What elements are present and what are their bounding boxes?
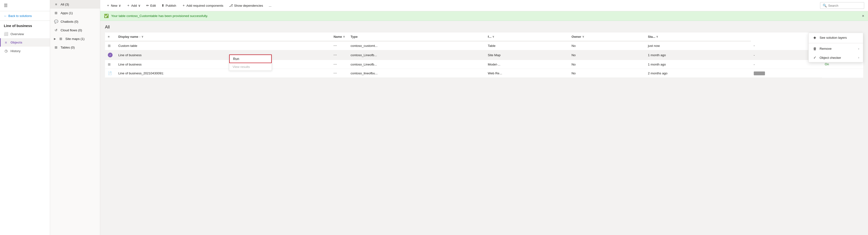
apps-icon: ⊞ <box>54 11 58 15</box>
add-chevron-icon: ∨ <box>138 4 141 7</box>
row3-name-text: Line of business <box>118 63 142 66</box>
row1-type-value: Table <box>485 41 569 50</box>
sidebar-item-overview[interactable]: ⬜ Overview <box>0 30 50 38</box>
new-plus-icon: ＋ <box>106 3 110 8</box>
row3-managed-value: No <box>569 60 645 69</box>
table-row[interactable]: ⊞ Custom table ⋯ contoso_customt... Tabl… <box>105 41 863 50</box>
row4-managed-value: No <box>569 69 645 78</box>
col-header-owner[interactable]: Owner ∨ <box>569 32 645 41</box>
sidebar-header[interactable]: ☰ <box>0 0 50 11</box>
row1-dots[interactable]: ⋯ <box>331 41 347 50</box>
run-dropdown: Run View results <box>229 54 272 71</box>
col-header-display-name[interactable]: Display name ↑ ∨ <box>116 32 331 41</box>
col-header-managed[interactable]: f... ∨ <box>485 32 569 41</box>
row2-name-value: contoso_Lineofb... <box>348 50 485 60</box>
nav-list-item-tables[interactable]: ⊞ Tables (0) <box>50 43 100 52</box>
publish-icon: ⬆ <box>161 4 164 7</box>
see-layers-label: See solution layers <box>819 36 847 40</box>
edit-icon: ✏ <box>146 4 149 7</box>
name-sort-icon: ∨ <box>343 35 345 38</box>
object-checker-item[interactable]: ✓ Object checker › <box>809 53 863 62</box>
overview-label: Overview <box>10 32 24 36</box>
row3-icon-cell: ⊞ <box>105 60 116 69</box>
table-row[interactable]: 📄 Line of business_20210430091: ⋯ contos… <box>105 69 863 78</box>
col-header-name[interactable]: Name ∨ <box>331 32 347 41</box>
all-icon: ≡ <box>54 2 58 6</box>
row2-dots[interactable]: ⋯ <box>331 50 347 60</box>
nav-list-item-site-maps[interactable]: ▶ ⊞ Site maps (1) <box>50 34 100 43</box>
table-row[interactable]: ⊞ Line of business ⋯ contoso_Lineofb... … <box>105 60 863 69</box>
col-header-status[interactable]: Sta... ∨ <box>645 32 751 41</box>
nav-list-item-apps[interactable]: ⊞ Apps (1) <box>50 8 100 17</box>
row3-display-name: Line of business <box>116 60 331 69</box>
edit-button[interactable]: ✏ Edit <box>144 2 158 9</box>
search-box[interactable]: 🔍 <box>820 2 864 9</box>
add-required-button[interactable]: ＋ Add required components <box>180 2 226 9</box>
row3-name-value: contoso_Lineofb... <box>348 60 485 69</box>
search-input[interactable] <box>828 4 862 7</box>
row1-name-value: contoso_customt... <box>348 41 485 50</box>
history-icon: ◷ <box>4 49 8 53</box>
row2-display-name: Line of business <box>116 50 331 60</box>
owner-label: Owner <box>571 35 581 38</box>
publish-button[interactable]: ⬆ Publish <box>159 2 178 9</box>
nav-list-item-cloud-flows[interactable]: ↺ Cloud flows (0) <box>50 26 100 34</box>
back-arrow-icon: ← <box>4 14 7 18</box>
see-layers-icon: ◈ <box>812 35 817 40</box>
more-button[interactable]: ... <box>267 2 274 9</box>
row3-type-icon: ⊞ <box>108 62 111 66</box>
remove-item[interactable]: 🗑 Remove › <box>809 44 863 53</box>
objects-label: Objects <box>10 41 23 44</box>
row4-type-value: Web Re... <box>485 69 569 78</box>
row4-dots[interactable]: ⋯ <box>331 69 347 78</box>
sidebar-item-objects[interactable]: ≡ Objects <box>0 38 50 47</box>
row4-display-name: Line of business_20210430091: <box>116 69 331 78</box>
chatbots-label: Chatbots (0) <box>61 20 78 23</box>
chatbots-icon: 💬 <box>54 20 58 23</box>
content-area: All ≡ Display name ↑ ∨ <box>100 21 868 235</box>
row3-dots[interactable]: ⋯ <box>331 60 347 69</box>
apps-label: Apps (1) <box>61 11 73 15</box>
row1-managed-value: No <box>569 41 645 50</box>
managed-sort-icon: ∨ <box>492 35 494 38</box>
view-results-link[interactable]: View results <box>229 63 272 71</box>
flyout-divider <box>809 43 863 43</box>
object-checker-arrow-icon: › <box>858 56 859 59</box>
hamburger-icon: ☰ <box>4 3 8 8</box>
right-flyout-menu: ◈ See solution layers 🗑 Remove › ✓ Objec… <box>808 33 863 62</box>
site-maps-icon: ⊞ <box>59 37 63 41</box>
more-label: ... <box>269 4 272 7</box>
owner-sort-icon: ∨ <box>582 35 584 38</box>
status-label: Sta... <box>648 35 655 38</box>
row4-type-icon: 📄 <box>108 71 112 75</box>
cloud-flows-label: Cloud flows (0) <box>61 28 82 32</box>
nav-list-item-chatbots[interactable]: 💬 Chatbots (0) <box>50 17 100 26</box>
remove-label: Remove <box>819 47 832 50</box>
show-dependencies-button[interactable]: ⎇ Show dependencies <box>226 2 266 9</box>
banner-close-button[interactable]: × <box>862 14 864 18</box>
tables-label: Tables (0) <box>61 46 75 49</box>
tables-icon: ⊞ <box>54 46 58 49</box>
nav-list-item-all[interactable]: ≡ All (3) <box>50 0 100 8</box>
add-required-icon: ＋ <box>182 3 185 8</box>
remove-arrow-icon: › <box>858 47 859 50</box>
see-solution-layers-item[interactable]: ◈ See solution layers <box>809 33 863 42</box>
add-plus-icon: ＋ <box>127 3 130 8</box>
new-button[interactable]: ＋ New ∨ <box>104 2 123 9</box>
cloud-flows-icon: ↺ <box>54 28 58 32</box>
row2-selected-check: ✓ <box>108 53 113 57</box>
sidebar-item-history[interactable]: ◷ History <box>0 47 50 55</box>
row4-icon-cell: 📄 <box>105 69 116 78</box>
overview-icon: ⬜ <box>4 32 8 36</box>
add-required-label: Add required components <box>187 4 223 7</box>
run-button[interactable]: Run <box>229 54 272 63</box>
main-content: ＋ New ∨ ＋ Add ∨ ✏ Edit ⬆ Publish ＋ Add r… <box>100 0 868 235</box>
table-row[interactable]: ✓ Line of business ⋯ contoso_Lineofb... … <box>105 50 863 60</box>
back-to-solutions-link[interactable]: ← Back to solutions <box>0 11 50 21</box>
row2-icon-cell: ✓ <box>105 50 116 60</box>
row1-name-text: Custom table <box>118 44 137 48</box>
add-button[interactable]: ＋ Add ∨ <box>124 2 143 9</box>
sidebar: ☰ ← Back to solutions Line of business ⬜… <box>0 0 50 235</box>
sort-asc-icon: ↑ <box>139 35 141 38</box>
row4-status-value: ████ <box>751 69 822 78</box>
